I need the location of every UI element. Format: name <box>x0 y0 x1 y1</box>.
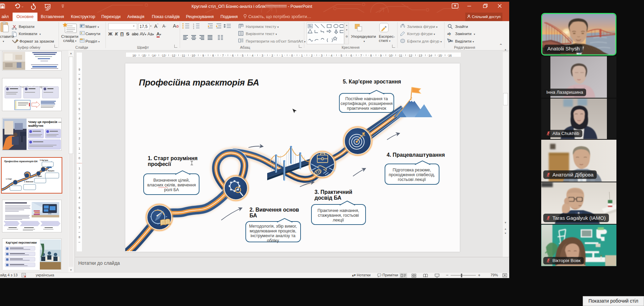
svg-text:Кар'єрні перспективи: Кар'єрні перспективи <box>6 241 37 244</box>
svg-text:0: 0 <box>79 156 80 160</box>
svg-text:2. Вивчення: 2. Вивчення <box>24 181 33 183</box>
svg-text:4. Працевлаштування: 4. Працевлаштування <box>387 152 445 158</box>
svg-text:8: 8 <box>212 54 214 57</box>
svg-text:5: 5 <box>340 54 342 57</box>
svg-text:12: 12 <box>172 54 175 57</box>
svg-text:Практичне навчання,: Практичне навчання, <box>318 208 359 213</box>
svg-text:6: 6 <box>79 97 80 101</box>
svg-text:9: 9 <box>79 68 80 71</box>
svg-text:гостьові лекції: гостьові лекції <box>398 177 426 182</box>
svg-text:2. Вивчення основ: 2. Вивчення основ <box>249 207 299 213</box>
svg-text:1. Старт розуміння: 1. Старт розуміння <box>148 155 198 161</box>
svg-text:обліку: обліку <box>267 238 279 243</box>
svg-text:досвід БА: досвід БА <box>315 195 341 201</box>
svg-text:4: 4 <box>79 196 80 199</box>
svg-text:Чому ця професія —: Чому ця професія — <box>28 120 61 124</box>
svg-text:7: 7 <box>79 88 80 91</box>
svg-text:3: 3 <box>79 127 80 131</box>
svg-text:5: 5 <box>242 54 243 57</box>
svg-text:5. Кар'єрне зростання: 5. Кар'єрне зростання <box>343 79 401 85</box>
svg-text:1. Старт: 1. Старт <box>6 178 12 180</box>
svg-text:4: 4 <box>252 54 253 57</box>
svg-text:ac: ac <box>450 39 453 43</box>
svg-text:14: 14 <box>429 54 432 57</box>
svg-text:3: 3 <box>193 27 194 29</box>
svg-text:Постійне навчання та: Постійне навчання та <box>345 96 388 101</box>
svg-text:ролі БА: ролі БА <box>164 187 179 192</box>
svg-text:11: 11 <box>182 54 185 57</box>
svg-text:6: 6 <box>79 216 80 219</box>
svg-text:9: 9 <box>79 246 80 246</box>
svg-text:16: 16 <box>132 54 136 57</box>
svg-text:проходження співбесід,: проходження співбесід, <box>389 172 435 177</box>
svg-text:7: 7 <box>222 54 224 57</box>
svg-text:лекції: лекції <box>333 218 344 223</box>
svg-text:15: 15 <box>438 54 442 57</box>
svg-text:4: 4 <box>331 54 332 57</box>
svg-text:15: 15 <box>142 54 146 57</box>
svg-text:10: 10 <box>192 54 195 57</box>
svg-text:1: 1 <box>301 54 303 57</box>
svg-text:5: 5 <box>79 107 80 111</box>
svg-text:5. Кар'єрне: 5. Кар'єрне <box>40 159 48 161</box>
svg-text:3: 3 <box>321 54 322 57</box>
svg-text:10: 10 <box>389 54 392 57</box>
svg-text:3. Практ.: 3. Практ. <box>36 175 42 177</box>
svg-text:3: 3 <box>79 186 80 190</box>
svg-text:майбутнє: майбутнє <box>28 124 44 127</box>
svg-text:3: 3 <box>261 54 263 57</box>
svg-text:9: 9 <box>202 54 204 57</box>
svg-text:Визначення цілей,: Визначення цілей, <box>154 178 190 183</box>
svg-text:Методологія, збір вимог,: Методологія, збір вимог, <box>249 224 297 229</box>
svg-text:професії: професії <box>148 161 171 167</box>
svg-text:8: 8 <box>79 77 80 81</box>
svg-text:6: 6 <box>350 54 352 57</box>
svg-text:8: 8 <box>79 235 80 239</box>
svg-text:моделювання процесів,: моделювання процесів, <box>249 229 296 233</box>
svg-text:1: 1 <box>281 54 283 57</box>
svg-text:1: 1 <box>79 147 80 150</box>
svg-text:13: 13 <box>419 54 422 57</box>
svg-text:Професійна траєкторія БА: Професійна траєкторія БА <box>4 160 37 163</box>
svg-text:0: 0 <box>291 54 293 57</box>
svg-text:4: 4 <box>79 117 80 120</box>
svg-text:1: 1 <box>79 167 80 170</box>
svg-text:ab: ab <box>447 32 451 35</box>
svg-text:сертифікація, розширення: сертифікація, розширення <box>341 101 393 106</box>
svg-text:14: 14 <box>152 54 156 57</box>
svg-text:2: 2 <box>271 54 273 57</box>
svg-text:інструменти аналізу та: інструменти аналізу та <box>251 233 295 238</box>
svg-text:3. Практичний: 3. Практичний <box>315 189 352 195</box>
svg-text:Підготовка резюме,: Підготовка резюме, <box>393 168 431 172</box>
svg-text:власних скілів, вивчення: власних скілів, вивчення <box>147 183 196 187</box>
svg-text:12: 12 <box>409 54 412 57</box>
svg-text:6: 6 <box>232 54 234 57</box>
svg-text:2: 2 <box>79 176 80 180</box>
svg-text:5: 5 <box>79 206 80 210</box>
svg-text:11: 11 <box>399 54 402 57</box>
svg-text:7: 7 <box>360 54 362 57</box>
svg-text:16: 16 <box>448 54 452 57</box>
svg-text:4. Працевл.: 4. Працевл. <box>46 170 55 172</box>
svg-text:13: 13 <box>162 54 165 57</box>
svg-text:Професійна траєкторія БА: Професійна траєкторія БА <box>139 78 259 87</box>
svg-text:БА: БА <box>249 213 257 218</box>
svg-text:7: 7 <box>79 226 80 229</box>
svg-text:2: 2 <box>79 137 80 140</box>
svg-text:8: 8 <box>370 54 372 57</box>
svg-text:практичних навичок: практичних навичок <box>347 106 386 111</box>
svg-text:2: 2 <box>311 54 312 57</box>
svg-text:стажування, гостьові: стажування, гостьові <box>318 213 359 218</box>
svg-text:9: 9 <box>380 54 382 57</box>
